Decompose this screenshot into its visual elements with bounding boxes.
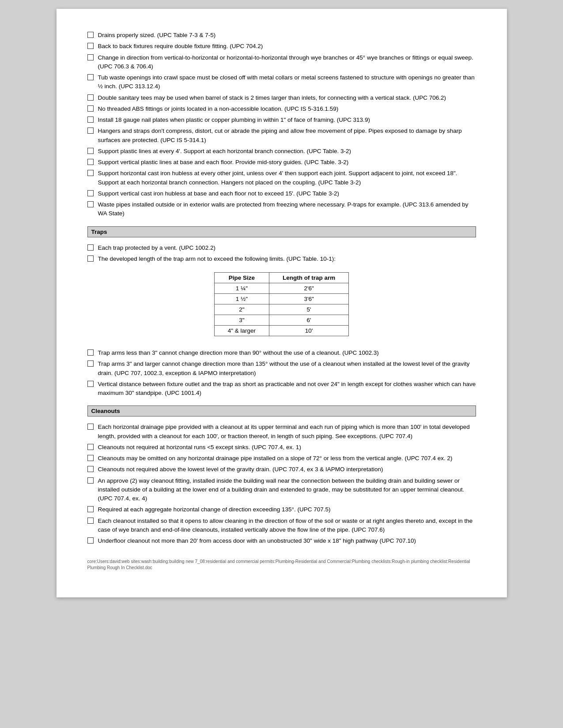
item-text: Trap arms less than 3" cannot change dir… xyxy=(98,349,476,357)
checkbox[interactable] xyxy=(87,537,94,544)
checkbox[interactable] xyxy=(87,381,94,387)
list-item: The developed length of the trap arm not… xyxy=(87,255,476,263)
traps-section: Traps Each trap protected by a vent. (UP… xyxy=(87,226,476,398)
list-item: Support vertical plastic lines at base a… xyxy=(87,158,476,167)
item-text: An approve (2) way cleanout fitting, ins… xyxy=(98,477,476,503)
list-item: Install 18 gauge nail plates when plasti… xyxy=(87,116,476,124)
item-text: The developed length of the trap arm not… xyxy=(98,255,476,263)
item-text: Double sanitary tees may be used when ba… xyxy=(98,94,476,102)
list-item: An approve (2) way cleanout fitting, ins… xyxy=(87,477,476,503)
list-item: Hangers and straps don't compress, disto… xyxy=(87,127,476,145)
table-cell: 2" xyxy=(214,304,269,315)
list-item: Drains properly sized. (UPC Table 7-3 & … xyxy=(87,31,476,40)
checkbox[interactable] xyxy=(87,32,94,38)
table-cell: 1 ½" xyxy=(214,294,269,304)
checkbox[interactable] xyxy=(87,466,94,472)
list-item: Cleanouts may be omitted on any horizont… xyxy=(87,454,476,463)
item-text: Each trap protected by a vent. (UPC 1002… xyxy=(98,244,476,252)
list-item: Vertical distance between fixture outlet… xyxy=(87,380,476,398)
cleanouts-section: Cleanouts Each horizontal drainage pipe … xyxy=(87,405,476,545)
checkbox[interactable] xyxy=(87,244,94,251)
item-text: Drains properly sized. (UPC Table 7-3 & … xyxy=(98,31,476,40)
checkbox[interactable] xyxy=(87,148,94,154)
checkbox[interactable] xyxy=(87,255,94,262)
checkbox[interactable] xyxy=(87,116,94,123)
list-item: Support horizontal cast iron hubless at … xyxy=(87,169,476,187)
table-cell: 1 ¼" xyxy=(214,283,269,294)
list-item: Each trap protected by a vent. (UPC 1002… xyxy=(87,244,476,252)
checkbox[interactable] xyxy=(87,506,94,512)
footer-path: core:Users:david:web sites:wash:building… xyxy=(87,559,476,571)
item-text: Back to back fixtures require double fix… xyxy=(98,42,476,51)
table-cell: 10' xyxy=(269,326,349,336)
checkbox[interactable] xyxy=(87,128,94,134)
list-item: No threaded ABS fittings or joints locat… xyxy=(87,105,476,113)
item-text: Waste pipes installed outside or in exte… xyxy=(98,200,476,218)
list-item: Waste pipes installed outside or in exte… xyxy=(87,200,476,218)
list-item: Support vertical cast iron hubless at ba… xyxy=(87,189,476,198)
checkbox[interactable] xyxy=(87,424,94,430)
list-item: Tub waste openings into crawl space must… xyxy=(87,73,476,91)
table-header: Length of trap arm xyxy=(269,273,349,283)
table-row: 4" & larger10' xyxy=(214,326,349,336)
checkbox[interactable] xyxy=(87,159,94,165)
item-text: Support horizontal cast iron hubless at … xyxy=(98,169,476,187)
checkbox[interactable] xyxy=(87,74,94,80)
table-cell: 4" & larger xyxy=(214,326,269,336)
checkbox[interactable] xyxy=(87,94,94,101)
table-cell: 5' xyxy=(269,304,349,315)
item-text: Cleanouts not required at horizontal run… xyxy=(98,443,476,452)
table-cell: 3'6" xyxy=(269,294,349,304)
checkbox[interactable] xyxy=(87,105,94,112)
list-item: Cleanouts not required at horizontal run… xyxy=(87,443,476,452)
checkbox[interactable] xyxy=(87,170,94,176)
checkbox[interactable] xyxy=(87,201,94,207)
list-item: Back to back fixtures require double fix… xyxy=(87,42,476,51)
item-text: Hangers and straps don't compress, disto… xyxy=(98,127,476,145)
checkbox[interactable] xyxy=(87,349,94,356)
checkbox[interactable] xyxy=(87,43,94,49)
item-text: No threaded ABS fittings or joints locat… xyxy=(98,105,476,113)
table-row: 1 ¼"2'6" xyxy=(214,283,349,294)
trap-arm-table: Pipe SizeLength of trap arm1 ¼"2'6"1 ½"3… xyxy=(214,272,349,336)
cleanouts-header: Cleanouts xyxy=(87,405,476,417)
item-text: Support vertical plastic lines at base a… xyxy=(98,158,476,167)
list-item: Each horizontal drainage pipe provided w… xyxy=(87,423,476,441)
table-row: 2"5' xyxy=(214,304,349,315)
item-text: Support vertical cast iron hubless at ba… xyxy=(98,189,476,198)
checkbox[interactable] xyxy=(87,518,94,524)
item-text: Vertical distance between fixture outlet… xyxy=(98,380,476,398)
page: Drains properly sized. (UPC Table 7-3 & … xyxy=(57,9,507,597)
table-cell: 3" xyxy=(214,315,269,326)
item-text: Change in direction from vertical-to-hor… xyxy=(98,53,476,71)
list-item: Cleanouts not required above the lowest … xyxy=(87,465,476,474)
checkbox[interactable] xyxy=(87,455,94,461)
item-text: Each horizontal drainage pipe provided w… xyxy=(98,423,476,441)
traps-header: Traps xyxy=(87,226,476,237)
checkbox[interactable] xyxy=(87,54,94,60)
item-text: Each cleanout installed so that it opens… xyxy=(98,517,476,535)
item-text: Cleanouts not required above the lowest … xyxy=(98,465,476,474)
item-text: Support plastic lines at every 4'. Suppo… xyxy=(98,147,476,156)
list-item: Support plastic lines at every 4'. Suppo… xyxy=(87,147,476,156)
list-item: Trap arms less than 3" cannot change dir… xyxy=(87,349,476,357)
item-text: Required at each aggregate horizontal ch… xyxy=(98,505,476,514)
list-item: Required at each aggregate horizontal ch… xyxy=(87,505,476,514)
list-item: Underfloor cleanout not more than 20' fr… xyxy=(87,537,476,545)
list-item: Each cleanout installed so that it opens… xyxy=(87,517,476,535)
table-row: 3"6' xyxy=(214,315,349,326)
item-text: Cleanouts may be omitted on any horizont… xyxy=(98,454,476,463)
drains-section: Drains properly sized. (UPC Table 7-3 & … xyxy=(87,31,476,218)
item-text: Underfloor cleanout not more than 20' fr… xyxy=(98,537,476,545)
item-text: Tub waste openings into crawl space must… xyxy=(98,73,476,91)
list-item: Double sanitary tees may be used when ba… xyxy=(87,94,476,102)
table-row: 1 ½"3'6" xyxy=(214,294,349,304)
table-cell: 2'6" xyxy=(269,283,349,294)
checkbox[interactable] xyxy=(87,444,94,450)
item-text: Install 18 gauge nail plates when plasti… xyxy=(98,116,476,124)
list-item: Trap arms 3" and larger cannot change di… xyxy=(87,360,476,378)
list-item: Change in direction from vertical-to-hor… xyxy=(87,53,476,71)
checkbox[interactable] xyxy=(87,190,94,196)
checkbox[interactable] xyxy=(87,477,94,484)
checkbox[interactable] xyxy=(87,360,94,367)
